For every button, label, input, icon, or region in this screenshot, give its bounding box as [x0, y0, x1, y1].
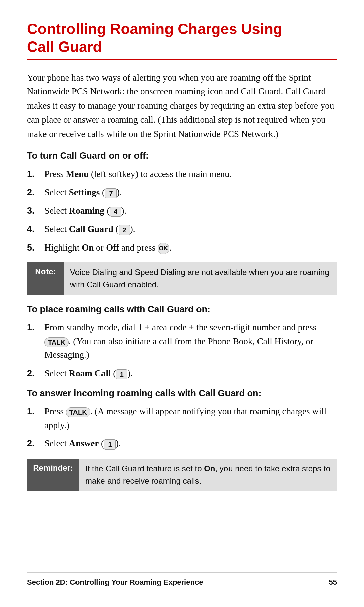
step-number: 3. [27, 204, 44, 218]
footer-section-label: Section 2D: Controlling Your Roaming Exp… [27, 578, 203, 587]
step-content: From standby mode, dial 1 + area code + … [44, 321, 337, 362]
note-label: Note: [27, 262, 64, 295]
reminder-bold: On [204, 464, 215, 473]
settings-label: Settings [69, 187, 100, 197]
footer-page-number: 55 [329, 578, 337, 587]
step-number: 4. [27, 222, 44, 236]
step-content: Highlight On or Off and press OK. [44, 241, 337, 255]
list-item: 3. Select Roaming (4). [27, 204, 337, 218]
step-number: 1. [27, 405, 44, 418]
page-title: Controlling Roaming Charges Using Call G… [27, 20, 337, 56]
step-number: 2. [27, 185, 44, 199]
section1-steps: 1. Press Menu (left softkey) to access t… [27, 167, 337, 255]
title-divider [27, 59, 337, 60]
kbd-1b: 1 [104, 439, 116, 450]
menu-label: Menu [66, 169, 89, 179]
list-item: 1. From standby mode, dial 1 + area code… [27, 321, 337, 362]
title-line1: Controlling Roaming Charges Using [27, 21, 282, 37]
section2-heading: To place roaming calls with Call Guard o… [27, 304, 337, 315]
step-number: 2. [27, 437, 44, 451]
roaming-label: Roaming [69, 206, 104, 216]
answer-label: Answer [69, 438, 99, 449]
roamcall-label: Roam Call [69, 368, 111, 378]
intro-paragraph: Your phone has two ways of alerting you … [27, 71, 337, 141]
reminder-label: Reminder: [27, 459, 79, 491]
kbd-talk: TALK [44, 337, 69, 347]
kbd-1: 1 [116, 369, 127, 379]
list-item: 1. Press TALK. (A message will appear no… [27, 405, 337, 432]
step-number: 2. [27, 367, 44, 380]
step-number: 5. [27, 241, 44, 255]
footer: Section 2D: Controlling Your Roaming Exp… [27, 572, 337, 587]
step-content: Select Call Guard (2). [44, 222, 337, 236]
kbd-talk2: TALK [66, 407, 90, 417]
step-number: 1. [27, 167, 44, 181]
title-line2: Call Guard [27, 38, 102, 55]
list-item: 2. Select Roam Call (1). [27, 367, 337, 380]
note-box: Note: Voice Dialing and Speed Dialing ar… [27, 262, 337, 295]
section3-heading: To answer incoming roaming calls with Ca… [27, 388, 337, 399]
kbd-4: 4 [110, 207, 121, 217]
step-content: Press Menu (left softkey) to access the … [44, 167, 337, 181]
kbd-7: 7 [105, 188, 117, 198]
ok-button-icon: OK [158, 243, 169, 254]
step-content: Select Settings (7). [44, 185, 337, 199]
step-content: Select Answer (1). [44, 437, 337, 451]
list-item: 5. Highlight On or Off and press OK. [27, 241, 337, 255]
off-label: Off [106, 242, 119, 253]
kbd-2: 2 [119, 225, 130, 235]
list-item: 4. Select Call Guard (2). [27, 222, 337, 236]
section2-steps: 1. From standby mode, dial 1 + area code… [27, 321, 337, 380]
section3-steps: 1. Press TALK. (A message will appear no… [27, 405, 337, 451]
step-number: 1. [27, 321, 44, 335]
callguard-label: Call Guard [69, 224, 113, 234]
step-content: Select Roaming (4). [44, 204, 337, 218]
step-content: Select Roam Call (1). [44, 367, 337, 380]
on-label: On [82, 242, 94, 253]
list-item: 1. Press Menu (left softkey) to access t… [27, 167, 337, 181]
step-content: Press TALK. (A message will appear notif… [44, 405, 337, 432]
note-text: Voice Dialing and Speed Dialing are not … [64, 262, 337, 295]
main-content: Controlling Roaming Charges Using Call G… [27, 20, 337, 566]
list-item: 2. Select Settings (7). [27, 185, 337, 199]
section1-heading: To turn Call Guard on or off: [27, 151, 337, 161]
list-item: 2. Select Answer (1). [27, 437, 337, 451]
page: Controlling Roaming Charges Using Call G… [0, 0, 364, 607]
reminder-text: If the Call Guard feature is set to On, … [79, 459, 337, 491]
reminder-box: Reminder: If the Call Guard feature is s… [27, 459, 337, 491]
